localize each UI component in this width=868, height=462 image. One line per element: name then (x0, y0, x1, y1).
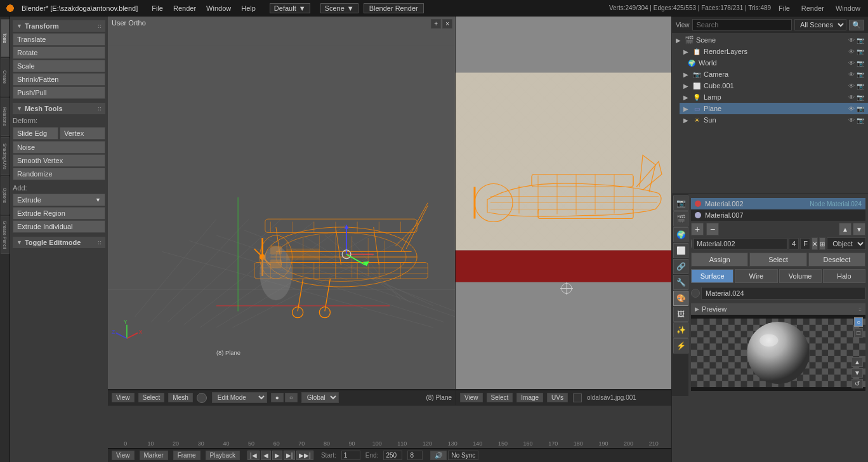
rotate-button[interactable]: Rotate (13, 46, 105, 59)
workspace-selector[interactable]: Default ▼ (270, 3, 310, 13)
current-frame-input[interactable] (407, 451, 423, 460)
edit-mode-select[interactable]: Edit Mode Object Mode (212, 392, 267, 403)
uv-select-menu[interactable]: Select (487, 393, 513, 402)
mesh-tools-section-header[interactable]: ▼ Mesh Tools :: (13, 103, 105, 114)
jump-end-btn[interactable]: ▶▶| (296, 451, 313, 460)
status-playback-menu[interactable]: Playback (206, 451, 240, 460)
material-name-input[interactable] (701, 287, 865, 300)
shrink-fatten-button[interactable]: Shrink/Fatten (13, 73, 105, 86)
props-tab-render[interactable]: 📷 (673, 195, 688, 211)
plane-icon2[interactable]: 📷 (857, 105, 864, 112)
camera-eye-icon[interactable]: 👁 (848, 71, 855, 78)
preview-extra-btn1[interactable]: ▲ (852, 357, 863, 367)
shading-solid-btn[interactable]: ● (271, 393, 284, 402)
outliner-item-scene[interactable]: ▶ 🎬 Scene 👁 📷 (672, 34, 868, 46)
split-btn[interactable]: × (442, 19, 452, 29)
assign-button[interactable]: Assign (691, 253, 748, 267)
preview-header[interactable]: ▶ Preview :: (691, 303, 865, 315)
wire-tab[interactable]: Wire (735, 269, 777, 283)
menu-help[interactable]: Help (237, 3, 260, 13)
mat-browse-btn[interactable]: ⊞ (819, 237, 825, 250)
mesh-menu-3d[interactable]: Mesh (168, 393, 192, 402)
surface-tab[interactable]: Surface (691, 269, 733, 283)
maximize-btn[interactable]: + (431, 19, 441, 29)
timeline-ruler[interactable]: 0 10 20 30 40 50 60 70 80 90 100 110 120… (108, 406, 671, 448)
camera-icon2[interactable]: 📷 (857, 71, 864, 78)
status-frame-menu[interactable]: Frame (173, 451, 201, 460)
outliner-item-renderlayers[interactable]: ▶ 📋 RenderLayers 👁 📷 (680, 46, 868, 57)
mat-up-btn[interactable]: ▲ (839, 223, 852, 235)
props-tab-texture[interactable]: 🖼 (673, 307, 688, 322)
start-frame-input[interactable] (341, 451, 360, 460)
mat-x-btn[interactable]: ✕ (812, 237, 818, 250)
select-menu-3d[interactable]: Select (138, 393, 165, 402)
tab-options[interactable]: Options (1, 176, 10, 214)
outliner-item-plane[interactable]: ▶ ▭ Plane 👁 📷 (680, 103, 868, 114)
props-tab-object[interactable]: ⬜ (673, 243, 688, 258)
view-menu-outliner[interactable]: View (676, 22, 690, 29)
props-tab-modifier[interactable]: 🔧 (673, 275, 688, 290)
top-right-render[interactable]: Render (798, 3, 828, 13)
plane-eye-icon[interactable]: 👁 (848, 105, 855, 112)
lamp-icon2[interactable]: 📷 (857, 94, 864, 101)
global-select[interactable]: Global (301, 392, 339, 403)
extrude-individual-button[interactable]: Extrude Individual (13, 220, 105, 233)
outliner-search-btn[interactable]: 🔍 (849, 20, 864, 30)
outliner-item-lamp[interactable]: ▶ 💡 Lamp 👁 📷 (680, 91, 868, 103)
volume-tab[interactable]: Volume (779, 269, 822, 283)
push-pull-button[interactable]: Push/Pull (13, 86, 105, 99)
add-material-btn[interactable]: + (691, 223, 704, 235)
lamp-eye-icon[interactable]: 👁 (848, 94, 855, 101)
vertex-button[interactable]: Vertex (60, 127, 105, 140)
props-tab-physics[interactable]: ⚡ (673, 338, 688, 353)
play-btn[interactable]: ▶ (272, 451, 282, 460)
props-tab-material[interactable]: 🎨 (673, 291, 688, 306)
audio-sync-btn[interactable]: 🔊 (430, 451, 447, 460)
mat-name-field[interactable] (694, 238, 787, 249)
uv-uvs-menu[interactable]: UVs (547, 393, 568, 402)
select-button[interactable]: Select (749, 253, 806, 267)
scene-selector[interactable]: Scene ▼ (320, 3, 358, 13)
deselect-button[interactable]: Deselect (808, 253, 865, 267)
mat-down-btn[interactable]: ▼ (853, 223, 865, 235)
outliner-item-world[interactable]: 🌍 World 👁 📷 (680, 57, 868, 69)
props-tab-world[interactable]: 🌍 (673, 227, 688, 242)
rl-eye-icon[interactable]: 👁 (848, 48, 855, 55)
preview-sphere-btn[interactable]: ○ (854, 317, 863, 327)
scale-button[interactable]: Scale (13, 60, 105, 72)
top-right-file[interactable]: File (775, 3, 794, 13)
viewport-3d[interactable]: User Ortho + × (108, 16, 456, 389)
extrude-dropdown[interactable]: Extrude ▼ (13, 194, 105, 206)
remove-material-btn[interactable]: − (706, 223, 719, 235)
outliner-item-sun[interactable]: ▶ ☀ Sun 👁 📷 (680, 114, 868, 126)
outliner-scene-select[interactable]: All Scenes (794, 19, 846, 30)
halo-tab[interactable]: Halo (823, 269, 865, 283)
cube-icon2[interactable]: 📷 (857, 82, 864, 89)
outliner-item-camera[interactable]: ▶ 📷 Camera 👁 📷 (680, 69, 868, 80)
props-tab-constraints[interactable]: 🔗 (673, 259, 688, 274)
sun-icon2[interactable]: 📷 (857, 117, 864, 124)
next-frame-btn[interactable]: ▶| (284, 451, 296, 460)
status-view-menu[interactable]: View (112, 451, 135, 460)
preview-extra-btn3[interactable]: ↺ (852, 379, 863, 388)
uv-image-menu[interactable]: Image (516, 393, 543, 402)
render-engine-selector[interactable]: Blender Render (364, 3, 424, 13)
menu-window[interactable]: Window (202, 3, 235, 13)
tab-shading-uvs[interactable]: Shading/UVs (1, 137, 10, 175)
menu-render[interactable]: Render (169, 3, 200, 13)
translate-button[interactable]: Translate (13, 33, 105, 46)
view-menu-3d[interactable]: View (112, 393, 135, 402)
material-item-1[interactable]: Material.007 (691, 209, 865, 221)
tab-create[interactable]: Create (1, 58, 10, 96)
props-tab-particle[interactable]: ✨ (673, 322, 688, 338)
tab-relations[interactable]: Relations (1, 98, 10, 136)
rl-icon2[interactable]: 📷 (857, 48, 864, 55)
scene-eye-icon[interactable]: 👁 (848, 37, 855, 44)
menu-file[interactable]: File (148, 3, 167, 13)
slide-edge-button[interactable]: Slide Edg (13, 127, 58, 140)
props-tab-scene[interactable]: 🎬 (673, 211, 688, 227)
outliner-search-input[interactable] (692, 19, 792, 30)
material-item-0[interactable]: Material.002 Node Material.024 (691, 198, 865, 209)
tab-tools[interactable]: Tools (1, 19, 10, 57)
outliner-item-cube[interactable]: ▶ ⬜ Cube.001 👁 📷 (680, 80, 868, 91)
